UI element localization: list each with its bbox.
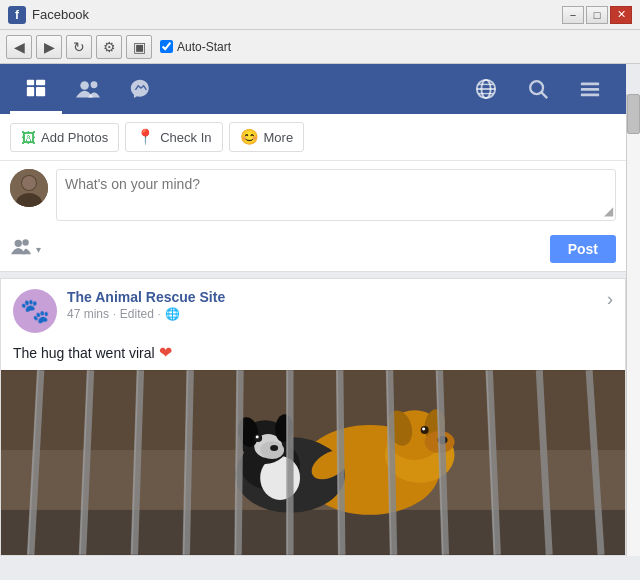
svg-rect-13 bbox=[581, 83, 599, 86]
svg-rect-14 bbox=[581, 88, 599, 91]
nav-search-button[interactable] bbox=[512, 64, 564, 114]
audience-icon bbox=[10, 236, 32, 263]
user-avatar bbox=[10, 169, 48, 207]
nav-home-button[interactable] bbox=[10, 64, 62, 114]
heart-emoji: ❤ bbox=[159, 343, 172, 362]
post-text: The hug that went viral ❤ bbox=[1, 339, 625, 370]
scrollbar-thumb[interactable] bbox=[627, 94, 640, 134]
forward-button[interactable]: ▶ bbox=[36, 35, 62, 59]
window-controls: − □ ✕ bbox=[562, 6, 632, 24]
post-header-left: 🐾 The Animal Rescue Site 47 mins · Edite… bbox=[13, 289, 225, 333]
title-bar: f Facebook − □ ✕ bbox=[0, 0, 640, 30]
more-icon: 😊 bbox=[240, 128, 259, 146]
svg-rect-2 bbox=[27, 87, 34, 96]
post-time: 47 mins bbox=[67, 307, 109, 321]
post-meta-dot: · bbox=[113, 309, 116, 320]
compose-input[interactable] bbox=[57, 170, 615, 216]
post-edited: Edited bbox=[120, 307, 154, 321]
post-page-name[interactable]: The Animal Rescue Site bbox=[67, 289, 225, 305]
svg-point-34 bbox=[422, 428, 425, 431]
autostart-checkbox-area: Auto-Start bbox=[160, 40, 231, 54]
window-title: Facebook bbox=[32, 7, 89, 22]
svg-point-21 bbox=[22, 239, 28, 245]
avatar-image bbox=[10, 169, 48, 207]
compose-actions: 🖼 Add Photos 📍 Check In 😊 More bbox=[0, 114, 626, 161]
svg-rect-1 bbox=[36, 79, 45, 85]
svg-point-4 bbox=[80, 81, 89, 90]
post-header: 🐾 The Animal Rescue Site 47 mins · Edite… bbox=[1, 279, 625, 339]
content-area: 🖼 Add Photos 📍 Check In 😊 More bbox=[0, 114, 626, 556]
svg-rect-3 bbox=[36, 87, 45, 96]
nav-messenger-button[interactable] bbox=[114, 64, 166, 114]
layout-button[interactable]: ▣ bbox=[126, 35, 152, 59]
svg-rect-15 bbox=[581, 94, 599, 97]
compose-footer: ▾ Post bbox=[0, 229, 626, 271]
nav-menu-button[interactable] bbox=[564, 64, 616, 114]
more-button[interactable]: 😊 More bbox=[229, 122, 305, 152]
autostart-label: Auto-Start bbox=[177, 40, 231, 54]
feed-post: 🐾 The Animal Rescue Site 47 mins · Edite… bbox=[0, 278, 626, 556]
facebook-navbar bbox=[0, 64, 626, 114]
post-globe-icon: 🌐 bbox=[165, 307, 180, 321]
minimize-button[interactable]: − bbox=[562, 6, 584, 24]
post-meta-dot2: · bbox=[158, 309, 161, 320]
svg-point-5 bbox=[91, 81, 98, 88]
svg-point-45 bbox=[256, 436, 259, 439]
check-in-label: Check In bbox=[160, 130, 211, 145]
add-photos-icon: 🖼 bbox=[21, 129, 36, 146]
nav-friends-button[interactable] bbox=[62, 64, 114, 114]
compose-input-area: ◢ bbox=[0, 161, 626, 229]
check-in-icon: 📍 bbox=[136, 128, 155, 146]
maximize-button[interactable]: □ bbox=[586, 6, 608, 24]
svg-line-51 bbox=[238, 370, 240, 554]
app-logo: f bbox=[8, 6, 26, 24]
svg-line-53 bbox=[340, 370, 342, 554]
close-button[interactable]: ✕ bbox=[610, 6, 632, 24]
page-avatar: 🐾 bbox=[13, 289, 57, 333]
add-photos-label: Add Photos bbox=[41, 130, 108, 145]
back-button[interactable]: ◀ bbox=[6, 35, 32, 59]
post-text-content: The hug that went viral bbox=[13, 345, 155, 361]
svg-point-43 bbox=[270, 445, 278, 451]
post-meta: 47 mins · Edited · 🌐 bbox=[67, 307, 225, 321]
autostart-checkbox[interactable] bbox=[160, 40, 173, 53]
main-wrapper: 🖼 Add Photos 📍 Check In 😊 More bbox=[0, 64, 640, 556]
compose-section: 🖼 Add Photos 📍 Check In 😊 More bbox=[0, 114, 626, 272]
nav-right bbox=[460, 64, 616, 114]
svg-rect-0 bbox=[27, 79, 34, 85]
post-options-chevron[interactable]: › bbox=[607, 289, 613, 310]
refresh-button[interactable]: ↻ bbox=[66, 35, 92, 59]
audience-selector[interactable]: ▾ bbox=[10, 236, 41, 263]
svg-point-20 bbox=[15, 239, 22, 246]
add-photos-button[interactable]: 🖼 Add Photos bbox=[10, 123, 119, 152]
post-image bbox=[1, 370, 625, 555]
svg-point-11 bbox=[530, 81, 543, 94]
more-label: More bbox=[264, 130, 294, 145]
post-button[interactable]: Post bbox=[550, 235, 616, 263]
toolbar: ◀ ▶ ↻ ⚙ ▣ Auto-Start bbox=[0, 30, 640, 64]
resize-handle: ◢ bbox=[604, 204, 613, 218]
page-avatar-emoji: 🐾 bbox=[20, 297, 50, 325]
nav-globe-button[interactable] bbox=[460, 64, 512, 114]
svg-point-19 bbox=[22, 176, 36, 190]
post-info: The Animal Rescue Site 47 mins · Edited … bbox=[67, 289, 225, 321]
check-in-button[interactable]: 📍 Check In bbox=[125, 122, 222, 152]
scrollbar[interactable] bbox=[626, 94, 640, 556]
nav-left bbox=[10, 64, 166, 114]
svg-line-12 bbox=[542, 93, 548, 99]
settings-button[interactable]: ⚙ bbox=[96, 35, 122, 59]
compose-textarea-wrapper: ◢ bbox=[56, 169, 616, 221]
audience-chevron: ▾ bbox=[36, 244, 41, 255]
